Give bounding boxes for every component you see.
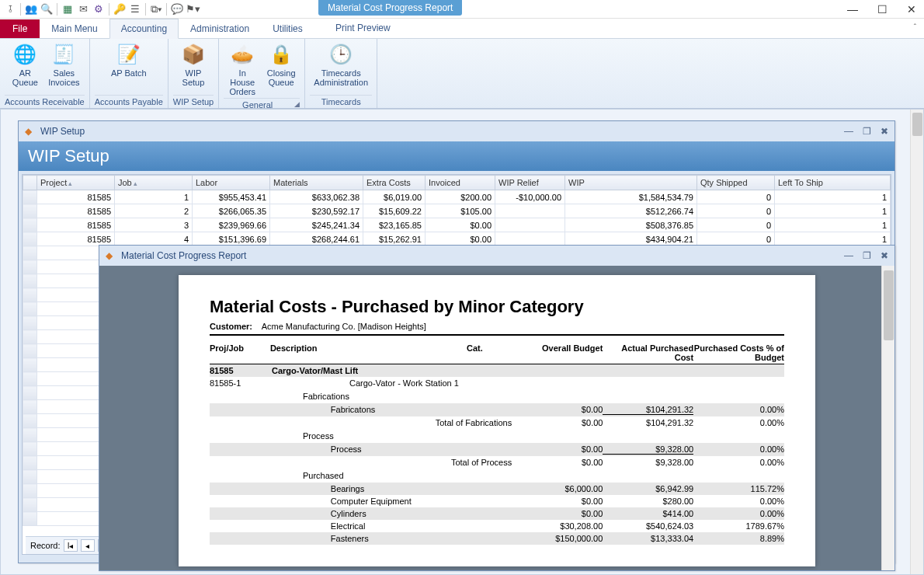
app-cube-icon: ◆	[106, 250, 116, 261]
table-row[interactable]: 815853$239,969.66$245,241.34$23,165.85$0…	[23, 218, 891, 232]
nav-prev-icon[interactable]: ◂	[81, 539, 95, 552]
check-pencil-icon: 📝	[116, 42, 141, 67]
file-tab[interactable]: File	[0, 19, 40, 38]
globe-refresh-icon: 🌐	[12, 42, 37, 67]
piechart-icon: 🥧	[230, 42, 255, 67]
child-close-icon[interactable]: ✖	[881, 250, 888, 261]
report-main-row: 81585 Cargo-Vator/Mast Lift	[210, 364, 784, 377]
menu-main[interactable]: Main Menu	[40, 19, 109, 38]
ar-queue-button[interactable]: 🌐 AR Queue	[6, 40, 43, 89]
wip-window-title: WIP Setup	[40, 126, 85, 137]
maximize-button[interactable]: ☐	[874, 2, 890, 17]
report-window: ◆ Material Cost Progress Report — ❐ ✖ Ma…	[99, 245, 895, 571]
report-window-title: Material Cost Progress Report	[121, 250, 246, 261]
qat-icon-grid[interactable]: ▦	[61, 2, 75, 16]
qat-icon-list[interactable]: ☰	[128, 2, 142, 16]
qat-icon-windows[interactable]: ⧉▾	[149, 2, 163, 16]
qat-icon-key[interactable]: 🔑	[113, 2, 127, 16]
child-restore-icon[interactable]: ❐	[863, 126, 871, 137]
ribbon-group-tc: 🕒 Timecards Administration Timecards	[305, 39, 377, 108]
report-customer: Customer: Acme Manufacturing Co. [Madiso…	[210, 322, 784, 331]
ribbon: 🌐 AR Queue 🧾 Sales Invoices Accounts Rec…	[0, 39, 924, 109]
collapse-ribbon-icon[interactable]: ˆ	[914, 23, 916, 32]
boxes-icon: 📦	[181, 42, 206, 67]
qat-icon-mail[interactable]: ✉	[76, 2, 90, 16]
closing-queue-button[interactable]: 🔒 Closing Queue	[262, 40, 300, 98]
wip-header: WIP Setup	[19, 141, 894, 171]
qat-icon-gear[interactable]: ⚙	[92, 2, 106, 16]
section-name: Process	[210, 429, 784, 443]
report-line: Fabricatons$0.00$104,291.320.00%	[210, 403, 784, 416]
qat-icon-org[interactable]: ⫱	[3, 2, 17, 16]
table-row[interactable]: 815851$955,453.41$633,062.38$6,019.00$20…	[23, 190, 891, 204]
menu-accounting[interactable]: Accounting	[109, 19, 179, 39]
contextual-subtab[interactable]: Print Preview	[335, 23, 391, 33]
menu-utilities[interactable]: Utilities	[261, 19, 314, 38]
invoice-icon: 🧾	[51, 42, 76, 67]
ribbon-group-ar: 🌐 AR Queue 🧾 Sales Invoices Accounts Rec…	[0, 39, 90, 108]
qat-icon-flag[interactable]: ⚑▾	[186, 2, 200, 16]
ribbon-label-wip: WIP Setup	[173, 95, 214, 108]
report-line: Fasteners$150,000.00$13,333.048.89%	[210, 532, 784, 545]
ribbon-label-tc: Timecards	[310, 95, 372, 108]
menu-tabs: File Main Menu Accounting Administration…	[0, 19, 924, 39]
sales-invoices-button[interactable]: 🧾 Sales Invoices	[45, 40, 82, 89]
contextual-tab: Material Cost Progress Report	[318, 0, 462, 16]
timecards-button[interactable]: 🕒 Timecards Administration	[310, 40, 372, 89]
clock-icon: 🕒	[328, 42, 353, 67]
app-cube-icon: ◆	[25, 126, 36, 137]
mdi-area: ◆ WIP Setup — ❐ ✖ WIP Setup Project▴ Job…	[0, 109, 924, 575]
report-sub-row: 81585-1 Cargo-Vator - Work Station 1	[210, 377, 784, 389]
section-total: Total of Process$0.00$9,328.000.00%	[210, 456, 784, 469]
title-bar: ⫱ 👥 🔍 ▦ ✉ ⚙ 🔑 ☰ ⧉▾ 💬 ⚑▾ Material Cost Pr…	[0, 0, 924, 19]
child-restore-icon[interactable]: ❐	[863, 250, 871, 261]
report-columns: Proj/Job Description Cat. Overall Budget…	[210, 343, 784, 364]
inhouse-orders-button[interactable]: 🥧 In House Orders	[224, 40, 261, 98]
mdi-scrollbar[interactable]	[910, 110, 923, 574]
qat-icon-users[interactable]: 👥	[24, 2, 38, 16]
child-minimize-icon[interactable]: —	[844, 250, 853, 261]
report-line: Bearings$6,000.00$6,942.99115.72%	[210, 483, 784, 495]
dialog-launcher-icon[interactable]: ◢	[291, 100, 300, 108]
ribbon-group-ap: 📝 AP Batch Accounts Payable	[90, 39, 168, 108]
report-line: Electrical$30,208.00$540,624.031789.67%	[210, 520, 784, 532]
wip-window-titlebar[interactable]: ◆ WIP Setup — ❐ ✖	[19, 121, 894, 141]
qat-icon-search[interactable]: 🔍	[40, 2, 54, 16]
wip-setup-button[interactable]: 📦 WIP Setup	[175, 40, 212, 89]
table-row[interactable]: 815852$266,065.35$230,592.17$15,609.22$1…	[23, 204, 891, 218]
section-total: Total of Fabrications$0.00$104,291.320.0…	[210, 416, 784, 429]
table-row[interactable]: 815854$151,396.69$268,244.61$15,262.91$0…	[23, 232, 891, 246]
minimize-button[interactable]: —	[845, 2, 860, 17]
ribbon-label-ap: Accounts Payable	[95, 95, 163, 108]
report-page: Material Costs - Purchased by Minor Cate…	[179, 275, 815, 566]
lock-icon: 🔒	[269, 42, 294, 67]
child-close-icon[interactable]: ✖	[881, 126, 888, 137]
ribbon-label-ar: Accounts Receivable	[5, 95, 85, 108]
menu-admin[interactable]: Administration	[179, 19, 261, 38]
report-line: Cylinders$0.00$414.000.00%	[210, 507, 784, 520]
child-minimize-icon[interactable]: —	[844, 126, 853, 137]
report-viewport[interactable]: Material Costs - Purchased by Minor Cate…	[99, 266, 894, 570]
close-button[interactable]: ✕	[904, 2, 919, 17]
quick-access-toolbar: ⫱ 👥 🔍 ▦ ✉ ⚙ 🔑 ☰ ⧉▾ 💬 ⚑▾	[3, 2, 200, 16]
section-name: Purchased	[210, 469, 784, 483]
report-titlebar[interactable]: ◆ Material Cost Progress Report — ❐ ✖	[99, 246, 894, 266]
report-line: Computer Equipment$0.00$280.000.00%	[210, 495, 784, 507]
report-line: Process$0.00$9,328.000.00%	[210, 443, 784, 456]
qat-icon-chat[interactable]: 💬	[170, 2, 184, 16]
report-heading: Material Costs - Purchased by Minor Cate…	[210, 297, 784, 317]
ap-batch-button[interactable]: 📝 AP Batch	[106, 40, 152, 79]
ribbon-group-gen: 🥧 In House Orders 🔒 Closing Queue Genera…	[219, 39, 305, 108]
nav-first-icon[interactable]: I◂	[64, 539, 78, 552]
section-name: Fabrications	[210, 389, 784, 403]
report-scrollbar[interactable]	[881, 266, 894, 570]
ribbon-group-wip: 📦 WIP Setup WIP Setup	[168, 39, 219, 108]
